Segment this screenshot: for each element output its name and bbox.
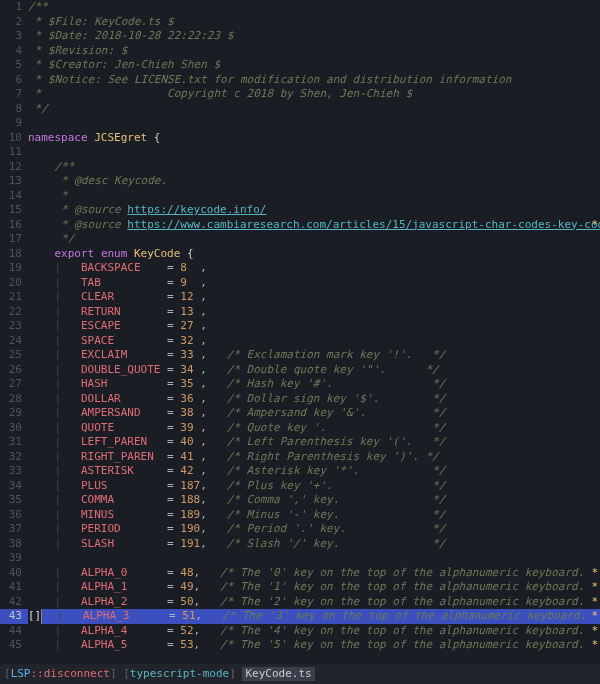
inline-comment: /* Slash '/' key. */ bbox=[227, 537, 446, 550]
enum-member: DOUBLE_QUOTE bbox=[81, 363, 167, 376]
enum-value: 38 bbox=[180, 406, 200, 419]
line-number: 26 bbox=[0, 363, 28, 378]
comment: * Copyright c 2018 by Shen, Jen-Chieh $ bbox=[28, 87, 412, 100]
enum-value: 189 bbox=[180, 508, 200, 521]
enum-member: HASH bbox=[81, 377, 167, 390]
line-number: 41 bbox=[0, 580, 28, 595]
enum-member: LEFT_PAREN bbox=[81, 435, 167, 448]
truncate-icon: * bbox=[591, 624, 598, 639]
inline-comment: /* The '2' key on the top of the alphanu… bbox=[220, 595, 584, 608]
truncate-icon: * bbox=[591, 638, 598, 653]
bracket-icon: [ bbox=[123, 667, 130, 682]
line-number: 7 bbox=[0, 87, 28, 102]
line-number: 40 bbox=[0, 566, 28, 581]
enum-member: ALPHA_3 bbox=[83, 609, 169, 622]
doc-src2: * @source bbox=[55, 218, 128, 231]
enum-member: COMMA bbox=[81, 493, 167, 506]
enum-member: ASTERISK bbox=[81, 464, 167, 477]
line-number: 3 bbox=[0, 29, 28, 44]
enum-value: 13 bbox=[180, 305, 200, 318]
enum-member: ALPHA_5 bbox=[81, 638, 167, 651]
line-number: 30 bbox=[0, 421, 28, 436]
line-number: 15 bbox=[0, 203, 28, 218]
code-editor[interactable]: 1/** 2 * $File: KeyCode.ts $ 3 * $Date: … bbox=[0, 0, 600, 664]
line-number: 24 bbox=[0, 334, 28, 349]
line-number: 23 bbox=[0, 319, 28, 334]
line-number: 14 bbox=[0, 189, 28, 204]
enum-value: 187 bbox=[180, 479, 200, 492]
line-number: 45 bbox=[0, 638, 28, 653]
enum-value: 40 bbox=[180, 435, 200, 448]
enum-member: CLEAR bbox=[81, 290, 167, 303]
line-number: 13 bbox=[0, 174, 28, 189]
inline-comment: /* Plus key '+'. */ bbox=[227, 479, 446, 492]
enum-member: PLUS bbox=[81, 479, 167, 492]
inline-comment: /* The '0' key on the top of the alphanu… bbox=[220, 566, 584, 579]
line-number: 31 bbox=[0, 435, 28, 450]
inline-comment: /* Right Parenthesis key ')'. */ bbox=[227, 450, 439, 463]
buffer-name[interactable]: KeyCode.ts bbox=[242, 667, 314, 682]
enum-member: DOLLAR bbox=[81, 392, 167, 405]
inline-comment: /* Quote key '. */ bbox=[227, 421, 446, 434]
doc-close: */ bbox=[55, 232, 75, 245]
major-mode[interactable]: typescript-mode bbox=[130, 667, 229, 682]
line-number: 8 bbox=[0, 102, 28, 117]
inline-comment: /* Comma ',' key. */ bbox=[227, 493, 446, 506]
comment: /** bbox=[28, 0, 48, 13]
doc-open: /** bbox=[55, 160, 75, 173]
truncate-icon: * bbox=[591, 609, 598, 624]
line-number: 29 bbox=[0, 406, 28, 421]
enum-member: ALPHA_0 bbox=[81, 566, 167, 579]
enum-value: 12 bbox=[180, 290, 200, 303]
enum-member: EXCLAIM bbox=[81, 348, 167, 361]
bracket-icon: ] bbox=[229, 667, 236, 682]
link-keycode-info[interactable]: https://keycode.info/ bbox=[127, 203, 266, 216]
line-number: 20 bbox=[0, 276, 28, 291]
comment: * $Revision: $ bbox=[28, 44, 127, 57]
line-number: 18 bbox=[0, 247, 28, 262]
keyword-export: export bbox=[55, 247, 95, 260]
line-number: 16 bbox=[0, 218, 28, 233]
line-number: 12 bbox=[0, 160, 28, 175]
link-cambia[interactable]: https://www.cambiaresearch.com/articles/… bbox=[127, 218, 600, 231]
line-number: 6 bbox=[0, 73, 28, 88]
line-number: 22 bbox=[0, 305, 28, 320]
enum-member: TAB bbox=[81, 276, 167, 289]
keyword-enum: enum bbox=[101, 247, 128, 260]
inline-comment: /* Dollar sign key '$'. */ bbox=[227, 392, 446, 405]
enum-member: SPACE bbox=[81, 334, 167, 347]
line-number: 27 bbox=[0, 377, 28, 392]
enum-member: QUOTE bbox=[81, 421, 167, 434]
enum-value: 34 bbox=[180, 363, 200, 376]
lsp-status[interactable]: disconnect bbox=[44, 667, 110, 682]
enum-value: 188 bbox=[180, 493, 200, 506]
inline-comment: /* The '1' key on the top of the alphanu… bbox=[220, 580, 584, 593]
inline-comment: /* Double quote key '"'. */ bbox=[227, 363, 439, 376]
enum-member: BACKSPACE bbox=[81, 261, 167, 274]
inline-comment: /* Hash key '#'. */ bbox=[227, 377, 446, 390]
line-number: 28 bbox=[0, 392, 28, 407]
doc-desc: * @desc Keycode. bbox=[55, 174, 168, 187]
inline-comment: /* The '5' key on the top of the alphanu… bbox=[220, 638, 584, 651]
status-bar: [ LSP :: disconnect ] [ typescript-mode … bbox=[0, 664, 600, 684]
enum-value: 27 bbox=[180, 319, 200, 332]
line-number: 17 bbox=[0, 232, 28, 247]
enum-member: RIGHT_PAREN bbox=[81, 450, 167, 463]
line-number: 34 bbox=[0, 479, 28, 494]
inline-comment: /* Exclamation mark key '!'. */ bbox=[227, 348, 446, 361]
truncate-icon: * bbox=[591, 595, 598, 610]
truncate-icon: * bbox=[591, 580, 598, 595]
lsp-indicator[interactable]: LSP bbox=[11, 667, 31, 682]
line-number: 2 bbox=[0, 15, 28, 30]
cursor-icon: [] bbox=[28, 609, 41, 624]
bracket-icon: ] bbox=[110, 667, 117, 682]
enum-value: 190 bbox=[180, 522, 200, 535]
line-number: 19 bbox=[0, 261, 28, 276]
enum-value: 52 bbox=[180, 624, 193, 637]
line-number: 36 bbox=[0, 508, 28, 523]
line-number: 35 bbox=[0, 493, 28, 508]
line-number: 9 bbox=[0, 116, 28, 131]
enum-member: ALPHA_1 bbox=[81, 580, 167, 593]
doc-blank: * bbox=[55, 189, 68, 202]
lsp-sep: :: bbox=[31, 667, 44, 682]
